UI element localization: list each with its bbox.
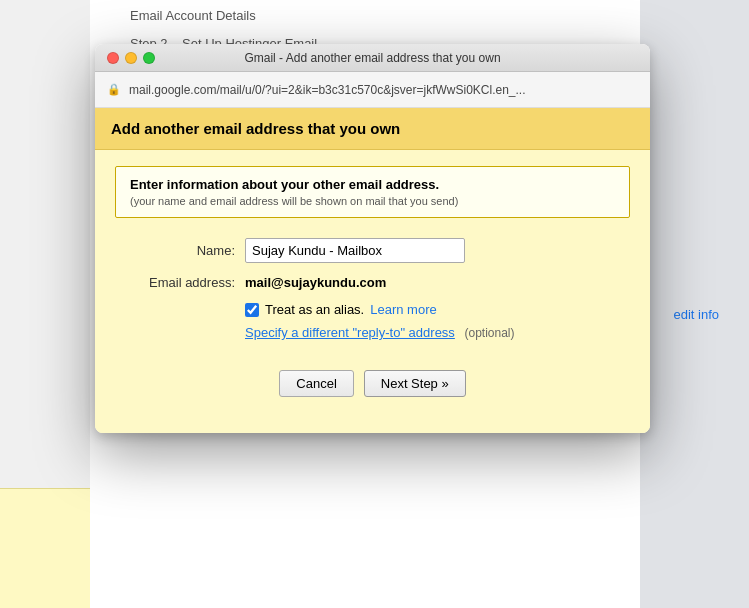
- address-text: mail.google.com/mail/u/0/?ui=2&ik=b3c31c…: [129, 83, 638, 97]
- name-label: Name:: [115, 243, 235, 258]
- next-step-button[interactable]: Next Step »: [364, 370, 466, 397]
- dialog-header: Add another email address that you own: [95, 108, 650, 150]
- alias-checkbox-row: Treat as an alias. Learn more: [245, 302, 630, 317]
- email-label: Email address:: [115, 275, 235, 290]
- maximize-button[interactable]: [143, 52, 155, 64]
- cancel-button[interactable]: Cancel: [279, 370, 353, 397]
- button-row: Cancel Next Step »: [115, 360, 630, 417]
- sticky-note-bg: [0, 488, 90, 608]
- dialog-window: Gmail - Add another email address that y…: [95, 44, 650, 433]
- address-bar: 🔒 mail.google.com/mail/u/0/?ui=2&ik=b3c3…: [95, 72, 650, 108]
- lock-icon: 🔒: [107, 83, 121, 96]
- dialog-body: Enter information about your other email…: [95, 150, 650, 433]
- title-bar: Gmail - Add another email address that y…: [95, 44, 650, 72]
- dialog-title: Add another email address that you own: [111, 120, 634, 137]
- learn-more-link[interactable]: Learn more: [370, 302, 436, 317]
- reply-to-row: Specify a different "reply-to" address (…: [245, 325, 630, 340]
- minimize-button[interactable]: [125, 52, 137, 64]
- info-title: Enter information about your other email…: [130, 177, 615, 192]
- name-row: Name:: [115, 238, 630, 263]
- reply-to-link[interactable]: Specify a different "reply-to" address: [245, 325, 455, 340]
- window-title: Gmail - Add another email address that y…: [244, 51, 500, 65]
- email-row: Email address: mail@sujaykundu.com: [115, 275, 630, 290]
- name-input[interactable]: [245, 238, 465, 263]
- alias-checkbox[interactable]: [245, 303, 259, 317]
- close-button[interactable]: [107, 52, 119, 64]
- bg-edit-info-link[interactable]: edit info: [673, 307, 719, 322]
- dialog-content: Add another email address that you own E…: [95, 108, 650, 433]
- alias-label: Treat as an alias.: [265, 302, 364, 317]
- bg-text-email-details: Email Account Details: [130, 8, 256, 23]
- info-sub: (your name and email address will be sho…: [130, 195, 615, 207]
- right-bg: [640, 0, 749, 608]
- optional-text: (optional): [465, 326, 515, 340]
- info-box: Enter information about your other email…: [115, 166, 630, 218]
- traffic-lights: [107, 52, 155, 64]
- email-value: mail@sujaykundu.com: [245, 275, 386, 290]
